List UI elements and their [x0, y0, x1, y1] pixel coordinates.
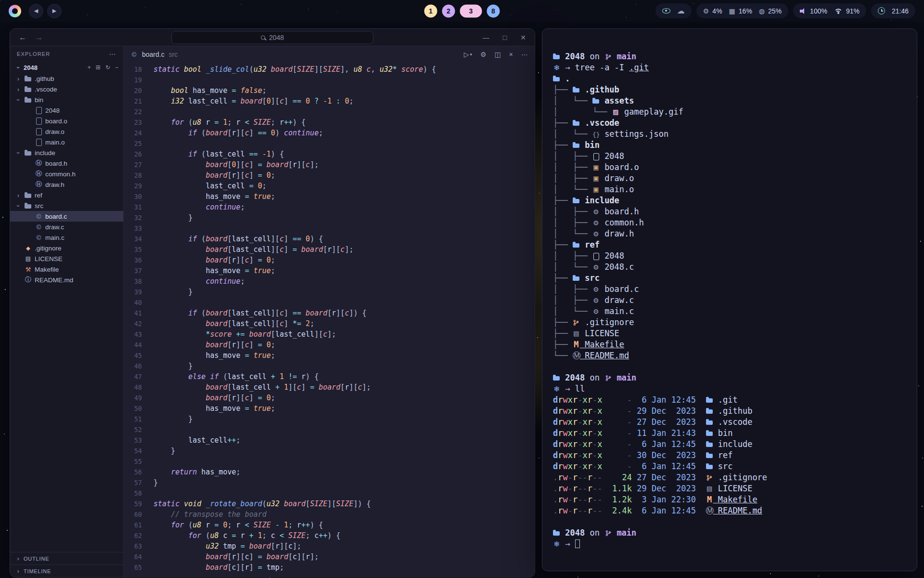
explorer-item-ref[interactable]: ›ref [10, 190, 123, 200]
terminal-line: drwxr-xr-x - 6 Jan 12:45 src [553, 461, 917, 472]
explorer-title: EXPLORER [17, 51, 51, 57]
explorer-item-bin[interactable]: ›bin [10, 94, 123, 105]
explorer-item-main.o[interactable]: main.o [10, 137, 123, 147]
explorer-item-common.h[interactable]: Ⓗcommon.h [10, 169, 123, 179]
editor-action-icons: ▷▾ ⚙ ◫ × ⋯ [464, 51, 528, 58]
forward-arrow-icon[interactable]: → [35, 33, 43, 42]
folder-icon [573, 120, 580, 126]
breadcrumb-folder[interactable]: src [169, 51, 178, 58]
minimize-button[interactable]: — [483, 34, 489, 41]
explorer-root-row[interactable]: › 2048 + ⊞ ↻ − [10, 62, 123, 73]
terminal-line: │ ├── ▣ draw.o [553, 173, 917, 184]
line-number: 25 [124, 138, 154, 149]
folder-icon [553, 76, 560, 82]
new-folder-icon[interactable]: ⊞ [96, 64, 101, 71]
refresh-icon[interactable]: ↻ [105, 64, 110, 71]
terminal-line: │ ├── ⚙ draw.c [553, 295, 917, 306]
search-text: 2048 [269, 34, 284, 41]
workspace-8[interactable]: 8 [487, 4, 500, 17]
code-line: 56 return has_move; [124, 467, 535, 477]
markdown-icon: Ⓜ [573, 350, 580, 361]
explorer-item-draw.h[interactable]: Ⓗdraw.h [10, 179, 123, 190]
line-number: 30 [124, 191, 154, 202]
command-center-search[interactable]: 2048 [171, 31, 373, 44]
outline-panel[interactable]: › OUTLINE [10, 552, 123, 565]
timeline-panel[interactable]: › TIMELINE [10, 565, 123, 577]
idle-inhibitor-eye-icon[interactable] [662, 8, 670, 13]
collapse-all-icon[interactable]: − [115, 64, 118, 71]
explorer-item-LICENSE[interactable]: ▤LICENSE [10, 253, 123, 264]
explorer-item-src[interactable]: ›src [10, 200, 123, 211]
object-file-icon: ▣ [592, 162, 600, 173]
maximize-button[interactable]: □ [503, 34, 507, 41]
explorer-item-board.o[interactable]: board.o [10, 116, 123, 126]
explorer-item-.vscode[interactable]: ›.vscode [10, 84, 123, 94]
explorer-item-.gitignore[interactable]: ◆.gitignore [10, 243, 123, 253]
media-prev-button[interactable]: ◀ [29, 4, 43, 18]
outline-label: OUTLINE [24, 556, 49, 562]
explorer-item-README.md[interactable]: ⓘREADME.md [10, 275, 123, 285]
explorer-item-board.c[interactable]: ©board.c [10, 211, 123, 222]
explorer-item-Makefile[interactable]: ⚒Makefile [10, 264, 123, 275]
wifi-stat[interactable]: 91% [834, 7, 860, 15]
terminal-window[interactable]: 2048 on main❄ → tree -a -I .git .├── .gi… [542, 28, 917, 571]
terminal-line: │ └── ⚙ 2048.c [553, 262, 917, 273]
code-line: 52 [124, 424, 535, 435]
explorer-tree: ›.github›.vscode›bin2048board.odraw.omai… [10, 73, 123, 285]
explorer-item-board.h[interactable]: Ⓗboard.h [10, 158, 123, 169]
volume-stat[interactable]: 100% [800, 7, 827, 15]
vscode-titlebar[interactable]: ← → 2048 — □ ✕ [10, 29, 535, 46]
gear-icon[interactable]: ⚙ [480, 51, 487, 58]
clock-widget[interactable]: 21:46 [871, 3, 915, 18]
terminal-line: drwxr-xr-x - 6 Jan 12:45 .git [553, 394, 917, 406]
new-file-icon[interactable]: + [88, 64, 91, 71]
explorer-item-2048[interactable]: 2048 [10, 105, 123, 116]
explorer-item-label: main.o [45, 139, 65, 146]
close-button[interactable]: ✕ [520, 34, 526, 41]
folder-icon [573, 242, 580, 248]
media-next-button[interactable]: ▶ [47, 4, 62, 18]
run-file-button[interactable]: ▷▾ [464, 51, 472, 58]
memory-icon: ▦ [729, 7, 735, 15]
clock-icon [878, 7, 885, 14]
breadcrumb[interactable]: © board.c src ▷▾ ⚙ ◫ × ⋯ [124, 46, 535, 63]
terminal-line: 2048 on main [553, 51, 917, 62]
code-line: 53 last_cell++; [124, 435, 535, 446]
explorer-item-.github[interactable]: ›.github [10, 73, 123, 84]
nav-arrows: ← → [19, 33, 43, 42]
more-actions-icon[interactable]: ⋯ [521, 51, 528, 58]
terminal-line: ├── M Makefile [553, 339, 917, 350]
close-editor-icon[interactable]: × [509, 51, 513, 58]
explorer-item-label: board.h [45, 160, 67, 167]
line-number: 60 [124, 509, 154, 520]
code-line: 40 [124, 297, 535, 308]
makefile-icon: M [573, 339, 580, 350]
code-line: 21 i32 last_cell = board[0][c] == 0 ? -1… [124, 96, 535, 106]
explorer-item-main.c[interactable]: ©main.c [10, 232, 123, 243]
launcher-logo-icon[interactable] [9, 5, 21, 17]
explorer-more-icon[interactable]: ⋯ [109, 50, 116, 58]
terminal-line: drwxr-xr-x - 30 Dec 2023 ref [553, 450, 917, 461]
folder-icon [25, 150, 32, 156]
explorer-item-include[interactable]: ›include [10, 147, 123, 158]
weather-widget[interactable]: ☁ [655, 3, 692, 18]
folder-icon [553, 53, 560, 60]
explorer-item-draw.o[interactable]: draw.o [10, 126, 123, 137]
back-arrow-icon[interactable]: ← [19, 33, 26, 42]
folder-icon [25, 192, 32, 198]
explorer-item-draw.c[interactable]: ©draw.c [10, 222, 123, 232]
git-icon [706, 472, 713, 483]
breadcrumb-file[interactable]: board.c [142, 51, 165, 58]
workspace-2[interactable]: 2 [442, 4, 455, 17]
code-editor[interactable]: 18static bool _slide_col(u32 board[SIZE]… [124, 63, 535, 577]
code-line: 34 if (board[last_cell][c] == 0) { [124, 234, 535, 244]
workspace-3[interactable]: 3 [460, 4, 482, 17]
code-line: 39 } [124, 287, 535, 297]
split-editor-icon[interactable]: ◫ [495, 51, 501, 58]
chevron-down-icon: › [15, 202, 22, 209]
code-line: 36 board[r][c] = 0; [124, 255, 535, 265]
workspace-1[interactable]: 1 [424, 4, 437, 17]
media-buttons: ◀ ▶ [29, 4, 62, 18]
terminal-line: ├── .github [553, 84, 917, 95]
explorer-item-label: .vscode [35, 86, 57, 93]
